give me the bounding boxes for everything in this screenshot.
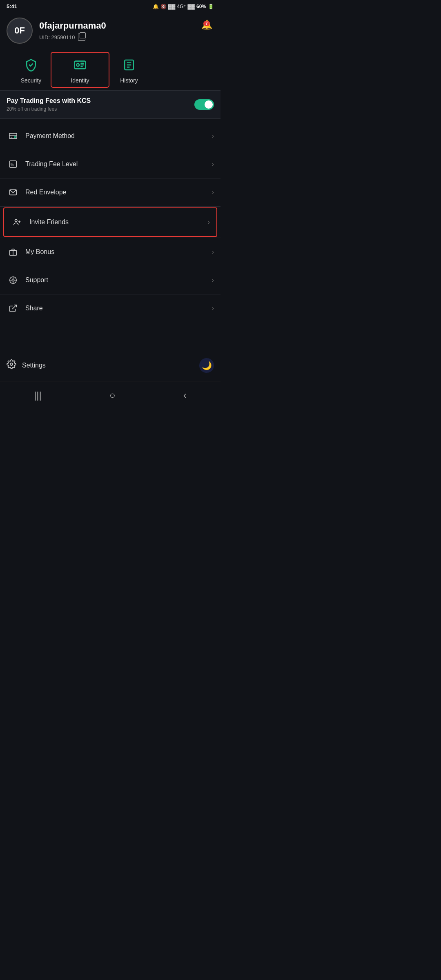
security-label: Security — [21, 77, 42, 84]
profile-header: 0F 0fajarpurnama0 UID: 29590110 🔔 7 — [0, 11, 220, 52]
settings-icon — [7, 359, 16, 372]
signal-icon: ▓▓ — [168, 4, 176, 9]
menu-item-red-envelope[interactable]: Red Envelope › — [0, 178, 220, 206]
invite-friends-label: Invite Friends — [29, 218, 208, 226]
support-label: Support — [25, 276, 212, 284]
svg-point-28 — [10, 363, 13, 365]
settings-button[interactable]: Settings — [7, 359, 46, 372]
share-arrow: › — [212, 305, 214, 312]
my-bonus-label: My Bonus — [25, 248, 212, 256]
avatar: 0F — [7, 18, 33, 44]
history-action[interactable]: History — [105, 56, 154, 84]
kcs-section: Pay Trading Fees with KCS 20% off on tra… — [0, 91, 220, 118]
red-envelope-arrow: › — [212, 189, 214, 196]
share-label: Share — [25, 305, 212, 312]
identity-icon — [71, 56, 89, 74]
svg-point-1 — [76, 64, 79, 67]
notification-button[interactable]: 🔔 7 — [199, 18, 214, 32]
menu-item-payment-method[interactable]: Payment Method › — [0, 122, 220, 150]
svg-point-16 — [15, 220, 18, 222]
status-time: 5:41 — [7, 3, 17, 9]
notification-badge: 7 — [203, 21, 210, 26]
network-icon: 4G⁺ — [177, 4, 186, 9]
kcs-row: Pay Trading Fees with KCS 20% off on tra… — [7, 97, 214, 112]
history-icon — [120, 56, 138, 74]
my-bonus-icon — [7, 245, 20, 258]
battery-icon: 🔋 — [208, 4, 214, 9]
svg-point-22 — [12, 279, 14, 281]
trading-fee-arrow: › — [212, 160, 214, 168]
red-envelope-label: Red Envelope — [25, 189, 212, 196]
menu-item-invite-friends[interactable]: Invite Friends › — [3, 207, 217, 237]
settings-label: Settings — [22, 362, 46, 369]
identity-action[interactable]: Identity — [56, 56, 105, 84]
payment-method-icon — [7, 129, 20, 143]
identity-label: Identity — [71, 77, 89, 84]
theme-toggle[interactable]: 🌙 — [199, 358, 214, 373]
support-arrow: › — [212, 276, 214, 284]
signal2-icon: ▓▓ — [187, 4, 195, 9]
history-label: History — [120, 77, 138, 84]
trading-fee-label: Trading Fee Level — [25, 160, 212, 168]
security-action[interactable]: Security — [7, 56, 56, 84]
copy-uid-icon[interactable] — [78, 33, 85, 41]
payment-method-label: Payment Method — [25, 132, 212, 140]
my-bonus-arrow: › — [212, 248, 214, 256]
svg-rect-0 — [75, 61, 86, 69]
nav-bar: ||| ○ ‹ — [0, 381, 220, 411]
trading-fee-icon: % — [7, 158, 20, 171]
profile-username: 0fajarpurnama0 — [39, 20, 214, 31]
security-icon — [22, 56, 40, 74]
mute-icon: 🔇 — [160, 4, 167, 9]
nav-menu-button[interactable]: ||| — [24, 386, 51, 404]
settings-row: Settings 🌙 — [0, 350, 220, 381]
quick-actions: Security Identity — [0, 52, 220, 90]
menu-item-my-bonus[interactable]: My Bonus › — [0, 238, 220, 266]
status-icons: 🔔 🔇 ▓▓ 4G⁺ ▓▓ 60% 🔋 — [153, 4, 214, 9]
kcs-text: Pay Trading Fees with KCS 20% off on tra… — [7, 97, 91, 112]
invite-friends-arrow: › — [208, 218, 210, 226]
svg-point-12 — [15, 136, 16, 138]
alarm-icon: 🔔 — [153, 4, 159, 9]
nav-home-button[interactable]: ○ — [100, 386, 125, 404]
invite-friends-icon — [11, 216, 24, 229]
payment-method-arrow: › — [212, 132, 214, 140]
svg-line-27 — [12, 305, 16, 309]
menu-item-trading-fee[interactable]: % Trading Fee Level › — [0, 150, 220, 178]
support-icon — [7, 274, 20, 287]
spacer — [0, 325, 220, 350]
profile-info: 0fajarpurnama0 UID: 29590110 — [39, 20, 214, 41]
profile-uid: UID: 29590110 — [39, 33, 214, 41]
menu-item-support[interactable]: Support › — [0, 266, 220, 294]
share-icon — [7, 302, 20, 315]
red-envelope-icon — [7, 186, 20, 199]
svg-text:%: % — [11, 163, 14, 167]
kcs-toggle[interactable] — [194, 99, 214, 110]
kcs-title: Pay Trading Fees with KCS — [7, 97, 91, 105]
kcs-subtitle: 20% off on trading fees — [7, 106, 91, 112]
battery-indicator: 60% — [196, 4, 206, 9]
menu-item-share[interactable]: Share › — [0, 294, 220, 322]
menu-section: Payment Method › % Trading Fee Level › — [0, 119, 220, 325]
status-bar: 5:41 🔔 🔇 ▓▓ 4G⁺ ▓▓ 60% 🔋 — [0, 0, 220, 11]
nav-back-button[interactable]: ‹ — [174, 386, 196, 404]
